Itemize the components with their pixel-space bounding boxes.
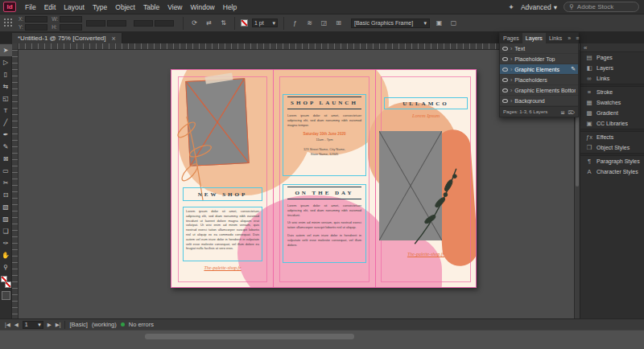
canvas[interactable]: NEW SHOP Lorem ipsum dolor sit amet, con… [12, 43, 580, 318]
layer-name[interactable]: Placeholders [514, 77, 576, 83]
visibility-eye-icon[interactable] [502, 99, 508, 103]
panel-menu-icon[interactable]: ≡ [573, 33, 581, 43]
note-tool[interactable]: ❏ [0, 225, 12, 237]
body-text-frame[interactable]: Lorem ipsum dolor sit amet, consectetuer… [183, 207, 262, 261]
next-page-button[interactable]: ▶ [47, 322, 52, 328]
horizontal-scrollbar-area[interactable] [0, 330, 644, 349]
layer-name[interactable]: Graphic Elements [514, 67, 568, 72]
gradient-feather-tool[interactable]: ▨ [0, 213, 12, 225]
layer-row-background[interactable]: › Background [500, 96, 578, 106]
frame-fitting-icon[interactable]: ⊞ [333, 18, 344, 28]
horizontal-scroll-thumb[interactable] [145, 334, 354, 339]
dock-item-layers[interactable]: ◧Layers [580, 63, 644, 73]
website-script-text[interactable]: The-palette-shop.fr [384, 252, 468, 257]
menu-file[interactable]: File [21, 3, 40, 11]
website-script-text[interactable]: The-palette-shop.fr [183, 265, 262, 270]
launch-text-frame[interactable]: SHOP LAUNCH Lorem ipsum dolor sit amet, … [283, 94, 366, 176]
stroke-weight-select[interactable]: 1 pt ▾ [252, 18, 278, 27]
menu-object[interactable]: Object [111, 3, 139, 11]
layer-name[interactable]: Graphic Elements Bottom [514, 88, 576, 93]
layer-row-graphic-elements[interactable]: › Graphic Elements ✎ [500, 64, 578, 75]
brochure-page[interactable]: NEW SHOP Lorem ipsum dolor sit amet, con… [171, 69, 477, 288]
stroke-swatch[interactable] [5, 281, 11, 288]
visibility-eye-icon[interactable] [502, 68, 508, 72]
ullamco-heading-frame[interactable]: ULLAMCO [384, 97, 468, 109]
expand-chevron-icon[interactable]: › [510, 56, 512, 62]
fill-stroke-swatches[interactable] [1, 276, 11, 288]
screen-mode-button[interactable] [2, 291, 10, 300]
menu-help[interactable]: Help [219, 3, 241, 11]
dock-header[interactable]: « [580, 43, 644, 52]
visibility-eye-icon[interactable] [502, 47, 508, 51]
gradient-tool[interactable]: ▧ [0, 201, 12, 213]
tab-layers[interactable]: Layers [522, 33, 546, 43]
layer-row-text[interactable]: › Text [500, 43, 578, 54]
reference-point-proxy[interactable] [4, 18, 13, 27]
last-page-button[interactable]: ▶| [56, 322, 61, 328]
layer-row-graphic-elements-bottom[interactable]: › Graphic Elements Bottom [500, 85, 578, 96]
layer-name[interactable]: Background [514, 98, 576, 104]
select-content-icon[interactable]: ▢ [448, 18, 459, 28]
expand-chevron-icon[interactable]: › [510, 98, 512, 104]
menu-edit[interactable]: Edit [40, 3, 60, 11]
preflight-no-errors[interactable]: No errors [129, 321, 154, 328]
scissors-tool[interactable]: ✂ [0, 177, 12, 189]
visibility-eye-icon[interactable] [502, 78, 508, 82]
rectangle-frame-tool[interactable]: ⊠ [0, 153, 12, 165]
y-field[interactable] [25, 24, 47, 31]
script-subheading[interactable]: Lorem Ipsum [384, 113, 468, 118]
corner-options-icon[interactable]: ◲ [319, 18, 329, 28]
ruler-origin[interactable] [12, 43, 19, 50]
first-page-button[interactable]: |◀ [5, 322, 10, 328]
visibility-eye-icon[interactable] [502, 88, 508, 92]
object-style-select[interactable]: [Basic Graphics Frame] ▾ [351, 18, 430, 28]
effects-icon[interactable]: ƒ [290, 18, 300, 28]
workspace-switcher[interactable]: Advanced ▾ [521, 3, 557, 11]
expand-chevron-icon[interactable]: › [510, 46, 512, 51]
content-collector-tool[interactable]: ◱ [0, 92, 12, 105]
menu-table[interactable]: Table [139, 3, 163, 11]
visibility-eye-icon[interactable] [502, 57, 508, 61]
flip-horizontal-icon[interactable]: ⇄ [204, 18, 214, 28]
collapse-icon[interactable]: » [565, 33, 573, 43]
gap-tool[interactable]: ⇆ [0, 80, 12, 92]
expand-panels-icon[interactable]: « [584, 44, 587, 51]
dock-item-cc-libraries[interactable]: ▣CC Libraries [580, 118, 644, 129]
scale-x-field[interactable] [86, 20, 105, 27]
menu-layout[interactable]: Layout [60, 3, 89, 11]
free-transform-tool[interactable]: ⊡ [0, 189, 12, 201]
shear-field[interactable] [155, 20, 174, 27]
dock-item-gradient[interactable]: ▩Gradient [580, 108, 644, 118]
dock-item-links[interactable]: ∞Links [580, 73, 644, 84]
dock-item-paragraph-styles[interactable]: ¶Paragraph Styles [580, 156, 644, 166]
select-container-icon[interactable]: ▣ [434, 18, 444, 28]
delete-layer-icon[interactable]: ⌦ [568, 109, 575, 115]
menu-view[interactable]: View [163, 3, 186, 11]
document-tab[interactable]: *Untitled-1 @ 75% [Converted] × [12, 33, 122, 43]
dock-item-object-styles[interactable]: ❒Object Styles [580, 142, 644, 153]
fill-swatch[interactable] [1, 276, 7, 282]
new-layer-icon[interactable]: ⊞ [560, 109, 564, 115]
layer-row-placeholder-top[interactable]: › Placeholder Top [500, 54, 578, 64]
hand-tool[interactable]: ✋ [0, 249, 12, 261]
h-field[interactable] [60, 24, 82, 31]
x-field[interactable] [25, 16, 47, 23]
expand-chevron-icon[interactable]: › [510, 88, 512, 93]
selection-tool[interactable]: ➤ [0, 44, 12, 56]
preflight-profile[interactable]: [Basic] [69, 321, 88, 328]
w-field[interactable] [60, 16, 82, 23]
rectangle-tool[interactable]: ▭ [0, 165, 12, 177]
dock-item-effects[interactable]: ƒxEffects [580, 132, 644, 142]
menu-window[interactable]: Window [187, 3, 219, 11]
expand-chevron-icon[interactable]: › [510, 77, 512, 83]
previous-page-button[interactable]: ◀ [14, 322, 19, 328]
stroke-color-swatch[interactable] [241, 19, 248, 27]
dock-item-pages[interactable]: ▤Pages [580, 52, 644, 63]
rotation-field[interactable] [134, 20, 153, 27]
share-icon[interactable]: ✦ [508, 3, 514, 11]
pen-tool[interactable]: ✒ [0, 129, 12, 141]
line-tool[interactable]: ╱ [0, 117, 12, 129]
zoom-tool[interactable]: ⚲ [0, 261, 12, 273]
layer-name[interactable]: Placeholder Top [514, 56, 576, 62]
close-icon[interactable]: × [112, 35, 116, 43]
